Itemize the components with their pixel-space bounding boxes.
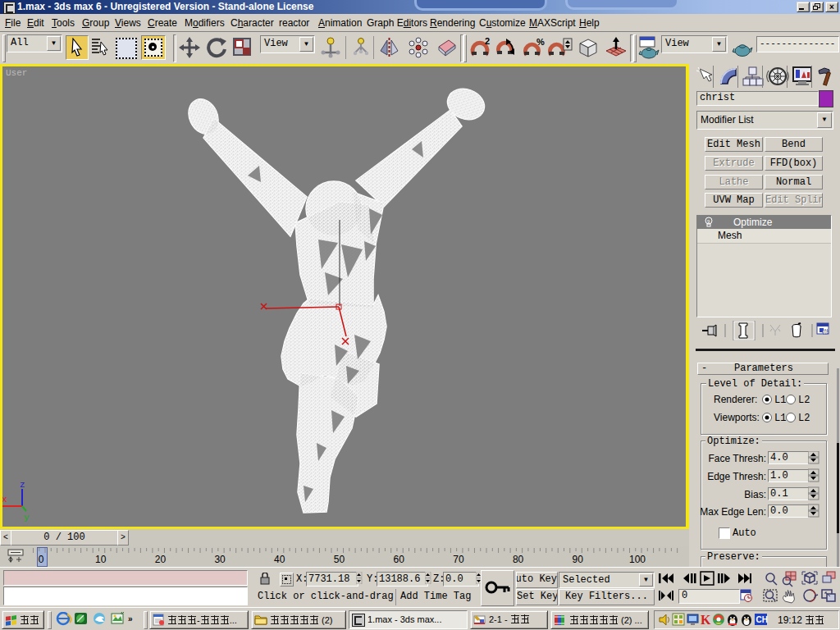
svg-text:%: %: [536, 37, 545, 47]
svg-text:K: K: [701, 613, 711, 627]
svg-text:z: z: [20, 480, 25, 490]
svg-text:2: 2: [485, 37, 490, 46]
svg-text:y: y: [24, 513, 30, 523]
svg-text:»: »: [128, 614, 133, 623]
svg-text:9: 9: [707, 219, 710, 224]
svg-text:CH: CH: [756, 615, 768, 624]
svg-text:x: x: [2, 495, 7, 504]
